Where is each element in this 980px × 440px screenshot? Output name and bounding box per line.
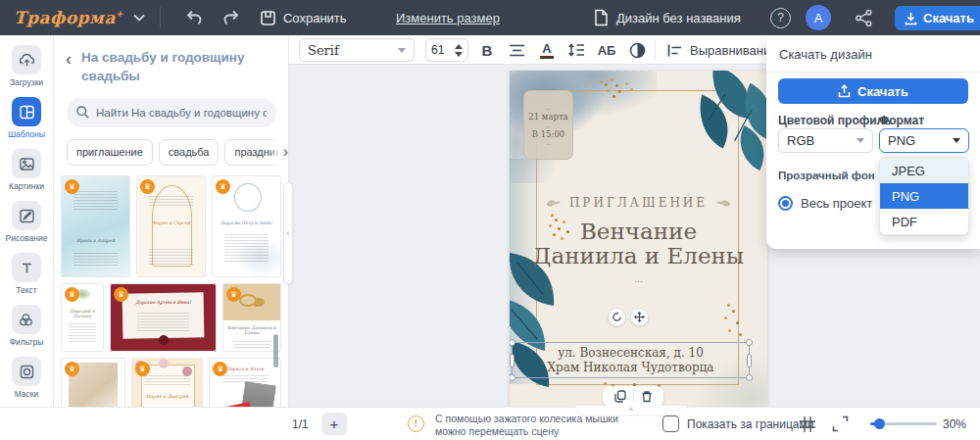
resize-handle[interactable] bbox=[747, 354, 752, 367]
dots: … bbox=[510, 274, 767, 284]
card-title: Мария и Сергей bbox=[136, 220, 206, 225]
format-value: PNG bbox=[888, 133, 953, 148]
premium-crown-icon: ♛ bbox=[135, 362, 150, 376]
resize-handle[interactable] bbox=[746, 339, 753, 346]
bottom-bar: 1/1 + ! С помощью зажатого колесика мышк… bbox=[0, 407, 980, 440]
alignment-label: Выравнивани bbox=[690, 43, 770, 58]
sidebar-rail: Загрузки Шаблоны Картинки Рисование Текс… bbox=[0, 35, 54, 440]
time-text: В 15:00 bbox=[532, 128, 564, 140]
show-outside-checkbox[interactable] bbox=[662, 416, 679, 432]
undo-icon[interactable] bbox=[184, 8, 204, 27]
divider bbox=[766, 72, 980, 73]
sidebar-label: Фильтры bbox=[10, 337, 44, 347]
app-logo[interactable]: Траформа+ bbox=[14, 8, 123, 27]
fullscreen-icon[interactable] bbox=[832, 416, 849, 432]
zoom-slider-knob[interactable] bbox=[874, 418, 885, 429]
color-profile-select[interactable]: RGB bbox=[778, 128, 873, 153]
stepper-arrows[interactable] bbox=[455, 44, 463, 57]
design-canvas[interactable]: … 21 марта … В 15:00 … ПРИГЛАШЕНИЕ Венча… bbox=[510, 71, 767, 407]
template-card[interactable]: ♛ Мария и Сергей bbox=[136, 175, 206, 277]
sidebar-item-drawing[interactable]: Рисование bbox=[6, 201, 48, 243]
template-card[interactable]: ♛ Дорогие Артём и Инна! bbox=[110, 283, 217, 352]
resize-button[interactable]: Изменить размер bbox=[396, 11, 500, 25]
alignment-button[interactable]: Выравнивани bbox=[667, 37, 770, 63]
text-color-button[interactable]: A bbox=[536, 37, 558, 63]
sidebar-label: Шаблоны bbox=[8, 129, 45, 139]
panel-scrollbar[interactable] bbox=[273, 334, 278, 367]
download-panel-title: Скачать дизайн bbox=[766, 35, 980, 72]
card-title: Дмитрий и Полина bbox=[61, 309, 104, 318]
panel-title: На свадьбу и годовщину свадьбы bbox=[81, 49, 276, 86]
resize-handle[interactable] bbox=[746, 374, 753, 381]
help-icon[interactable]: ? bbox=[770, 8, 791, 28]
sidebar-item-filters[interactable]: Фильтры bbox=[10, 305, 44, 347]
download-button[interactable]: Скачать bbox=[895, 6, 980, 30]
tag-wedding[interactable]: свадьба bbox=[159, 139, 220, 166]
font-size-stepper[interactable]: 61 bbox=[425, 38, 468, 62]
delete-icon[interactable] bbox=[634, 390, 660, 403]
format-select[interactable]: PNG bbox=[879, 128, 969, 153]
template-card[interactable]: ♛ Ирина и Андрей bbox=[61, 175, 130, 277]
avatar[interactable]: A bbox=[806, 5, 831, 30]
date-element[interactable]: … 21 марта … В 15:00 … bbox=[523, 90, 573, 160]
hint-line2: можно перемещать сцену bbox=[435, 425, 618, 438]
text-align-button[interactable] bbox=[505, 37, 528, 63]
premium-crown-icon: ♛ bbox=[140, 179, 155, 194]
download-panel: Скачать дизайн Скачать Цветовой профиль … bbox=[766, 35, 980, 249]
grid-toggle-icon[interactable] bbox=[799, 416, 816, 433]
add-page-button[interactable]: + bbox=[321, 413, 347, 435]
tags-scroll-right-icon[interactable]: › bbox=[269, 139, 288, 166]
premium-crown-icon: ♛ bbox=[65, 179, 79, 194]
canvas-collapse-tab[interactable]: ^ bbox=[576, 406, 686, 415]
transparency-button[interactable] bbox=[625, 37, 649, 63]
document-title[interactable]: Дизайн без названия bbox=[594, 9, 741, 26]
download-design-button[interactable]: Скачать bbox=[778, 78, 968, 104]
resize-handle[interactable] bbox=[510, 339, 515, 346]
sidebar-item-uploads[interactable]: Загрузки bbox=[10, 45, 43, 87]
template-grid: ♛ Ирина и Андрей ♛ Мария и Сергей ♛ Доро… bbox=[61, 175, 281, 440]
back-button[interactable]: ‹ bbox=[66, 49, 72, 86]
panel-collapse-handle[interactable]: ‹ bbox=[283, 182, 293, 284]
tag-invitation[interactable]: приглашение bbox=[67, 139, 153, 166]
template-card[interactable]: ♛ Дорогие Пётр и Анна! bbox=[212, 175, 281, 277]
sidebar-item-templates[interactable]: Шаблоны bbox=[8, 97, 45, 139]
sidebar-item-masks[interactable]: Маски bbox=[12, 357, 41, 399]
save-button[interactable]: Сохранить bbox=[260, 10, 347, 26]
format-option-pdf[interactable]: PDF bbox=[880, 209, 968, 234]
letter-case-button[interactable]: АБ bbox=[593, 37, 620, 63]
redo-icon[interactable] bbox=[221, 8, 241, 27]
format-option-jpeg[interactable]: JPEG bbox=[880, 158, 968, 183]
chevron-down-icon bbox=[857, 138, 864, 143]
warning-icon: ! bbox=[408, 416, 424, 432]
search-box bbox=[67, 98, 275, 127]
chevron-down-icon[interactable] bbox=[133, 14, 145, 22]
zoom-slider[interactable] bbox=[870, 422, 937, 425]
move-button[interactable] bbox=[630, 308, 649, 326]
sidebar-item-text[interactable]: Текст bbox=[12, 253, 41, 295]
font-family-select[interactable]: Serif bbox=[299, 38, 415, 62]
search-icon bbox=[75, 105, 90, 120]
format-dropdown-menu: JPEG PNG PDF bbox=[879, 157, 969, 235]
color-letter: A bbox=[542, 42, 551, 55]
format-option-png[interactable]: PNG bbox=[880, 183, 968, 209]
radio-whole-project[interactable] bbox=[778, 196, 793, 211]
color-profile-value: RGB bbox=[787, 133, 857, 148]
font-size-value: 61 bbox=[431, 43, 455, 57]
rotate-button[interactable] bbox=[608, 308, 626, 326]
sidebar-item-images[interactable]: Картинки bbox=[9, 149, 44, 191]
selected-text-box[interactable]: ул. Вознесенская, д. 10 Храм Николая Чуд… bbox=[512, 342, 750, 378]
share-icon[interactable] bbox=[855, 9, 873, 27]
bold-button[interactable]: B bbox=[476, 37, 498, 63]
resize-handle[interactable] bbox=[510, 354, 514, 367]
show-outside-label[interactable]: Показать за границами bbox=[687, 417, 813, 431]
search-input[interactable] bbox=[67, 98, 276, 127]
line-height-button[interactable] bbox=[564, 37, 589, 63]
title-line2: Даниила и Елены bbox=[510, 244, 767, 269]
sidebar-label: Картинки bbox=[9, 181, 44, 191]
template-card[interactable]: ♛ Дмитрий и Полина bbox=[61, 283, 104, 352]
transparent-bg-row[interactable]: Прозрачный фон ♛ bbox=[778, 168, 896, 182]
invitation-header[interactable]: ПРИГЛАШЕНИЕ bbox=[510, 196, 767, 210]
object-actions bbox=[603, 386, 663, 407]
invitation-title[interactable]: Венчание Даниила и Елены bbox=[510, 220, 767, 269]
duplicate-icon[interactable] bbox=[608, 390, 633, 403]
